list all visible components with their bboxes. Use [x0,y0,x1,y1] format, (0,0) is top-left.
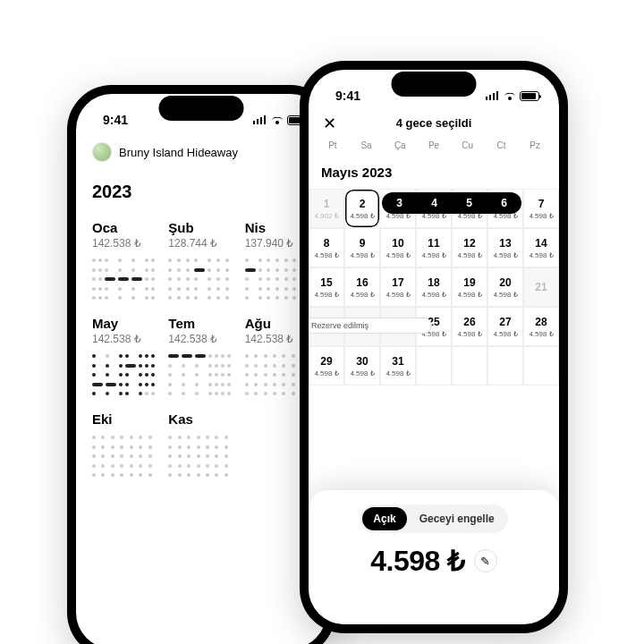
month-dot-grid [168,258,231,303]
day-price: 4.598 ₺ [421,291,445,299]
month-dot-grid [245,354,308,399]
day-number: 29 [320,355,332,368]
weekday-cell: Pz [518,140,552,150]
day-number: 19 [463,276,475,289]
screen-month-calendar: 9:41 ✕ 4 gece seçildi PtSaÇaPeCuCtPz May… [309,70,559,624]
calendar-header: ✕ 4 gece seçildi [309,109,559,139]
year-heading: 2023 [76,165,326,211]
day-price: 4.598 ₺ [529,212,553,220]
calendar-day[interactable]: 104.598 ₺ [380,228,416,267]
month-abbr: Kas [168,411,233,427]
edit-price-button[interactable]: ✎ [474,549,497,572]
listing-name: Bruny Island Hideaway [119,146,238,159]
wifi-icon [271,115,284,124]
calendar-day[interactable]: 174.598 ₺ [380,267,416,307]
month-abbr: May [92,316,157,331]
calendar-day[interactable]: 24.598 ₺ [344,189,380,228]
calendar-day[interactable]: 314.598 ₺ [380,346,416,386]
calendar-day[interactable]: 304.598 ₺ [344,346,380,386]
availability-toggle[interactable]: Açık Geceyi engelle [360,504,507,533]
calendar-day[interactable]: 274.598 ₺ [487,307,523,346]
month-cell[interactable]: May142.538 ₺ [92,307,157,399]
pencil-icon: ✎ [480,555,490,568]
calendar-day[interactable]: 124.598 ₺ [452,228,487,267]
selected-day-number: 5 [452,197,487,209]
month-cell[interactable]: Eki [92,402,157,480]
month-dot-grid [92,436,155,480]
wifi-icon [504,91,516,100]
calendar-day[interactable]: 21 [523,267,559,307]
day-number: 26 [463,316,475,328]
calendar-day[interactable]: 284.598 ₺ [523,307,559,346]
selected-day-number: 3 [382,197,417,209]
signal-icon [253,115,267,124]
day-price: 4.598 ₺ [350,291,374,299]
month-cell[interactable]: Kas [168,402,233,480]
day-number: 9 [360,237,366,250]
day-price: 4.598 ₺ [314,369,338,377]
day-price: 4.598 ₺ [314,291,338,299]
listing-selector[interactable]: Bruny Island Hideaway [76,133,326,165]
day-price: 4.598 ₺ [493,330,517,338]
month-dot-grid [168,354,231,399]
day-price: 4.598 ₺ [493,251,517,259]
status-time: 9:41 [335,89,360,103]
month-cell[interactable]: Tem142.538 ₺ [168,307,233,399]
calendar-day[interactable]: 74.598 ₺ [523,189,559,228]
status-time: 9:41 [103,113,128,127]
screen-year-overview: 9:41 Bruny Island Hideaway 2023 Oca142.5… [76,94,326,644]
calendar-day[interactable]: 194.598 ₺ [452,267,487,307]
month-heading: Mayıs 2023 [309,156,559,189]
day-number: 18 [428,276,439,289]
toggle-block[interactable]: Geceyi engelle [409,507,505,530]
day-price: 4.598 ₺ [421,251,445,259]
close-icon[interactable]: ✕ [323,115,336,131]
day-number: 13 [499,237,511,250]
phone-month-calendar: 9:41 ✕ 4 gece seçildi PtSaÇaPeCuCtPz May… [300,61,568,633]
calendar-day [523,346,559,386]
day-number: 28 [535,316,547,328]
selected-day-number: 4 [417,197,452,209]
status-icons [486,91,539,101]
device-notch [159,96,244,121]
day-price: 4.598 ₺ [350,369,374,377]
day-number: 20 [499,276,511,289]
calendar-day[interactable]: 144.598 ₺ [523,228,559,267]
calendar-day[interactable]: 204.598 ₺ [487,267,523,307]
month-dot-grid [92,354,155,399]
day-number: 12 [463,237,475,250]
calendar-day[interactable]: 264.598 ₺ [452,307,487,346]
selected-range-pill[interactable]: 3456 [382,192,521,214]
toggle-open[interactable]: Açık [362,507,406,530]
reserved-pill[interactable]: Rezerve edilmiş [309,318,432,334]
phone-year-overview: 9:41 Bruny Island Hideaway 2023 Oca142.5… [67,85,335,644]
calendar-day[interactable]: 94.598 ₺ [344,228,380,267]
calendar-day[interactable]: 134.598 ₺ [487,228,523,267]
calendar-day [452,346,487,386]
calendar-day[interactable]: 164.598 ₺ [344,267,380,307]
weekday-cell: Ça [383,140,417,150]
calendar-day[interactable]: 114.598 ₺ [416,228,452,267]
weekday-cell: Pe [417,140,451,150]
calendar-day[interactable]: 154.598 ₺ [309,267,344,307]
day-number: 1 [324,198,330,210]
calendar-day[interactable]: 14.902 ₺ [309,189,344,228]
month-revenue: 128.744 ₺ [168,237,233,250]
day-number: 7 [538,198,545,210]
calendar-day[interactable]: 84.598 ₺ [309,228,344,267]
day-price: 4.598 ₺ [457,330,481,338]
calendar-grid: 14.902 ₺24.598 ₺34.598 ₺44.598 ₺54.598 ₺… [309,189,559,386]
device-notch [392,72,477,97]
day-price: 4.598 ₺ [386,369,410,377]
month-cell[interactable]: Şub128.744 ₺ [168,211,233,303]
month-cell[interactable]: Oca142.538 ₺ [92,211,157,303]
day-number: 31 [392,355,403,368]
day-number: 10 [392,237,403,250]
day-number: 15 [320,276,332,289]
day-price: 4.598 ₺ [493,291,517,299]
day-price: 4.598 ₺ [314,251,338,259]
month-abbr: Şub [168,220,233,235]
calendar-day[interactable]: 184.598 ₺ [416,267,452,307]
day-number: 11 [428,237,439,250]
calendar-day[interactable]: 294.598 ₺ [309,346,344,386]
